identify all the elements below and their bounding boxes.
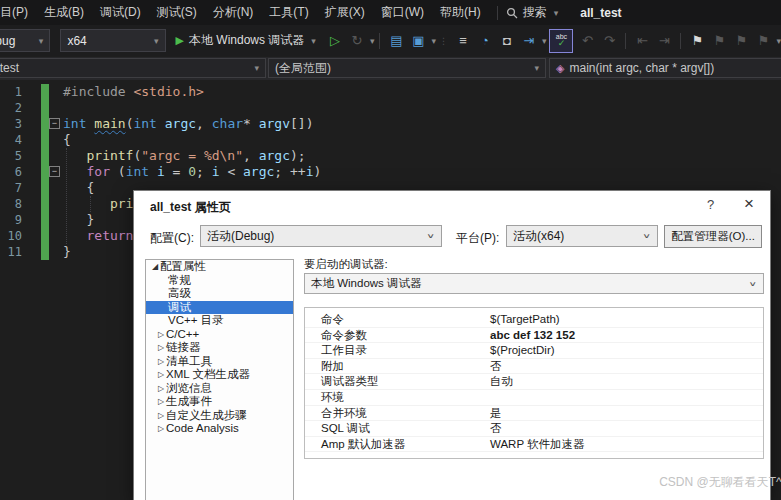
platform-label: 平台(P): [456, 230, 499, 247]
collapsed-arrow-icon[interactable]: ▷ [156, 368, 166, 382]
combo-chevron-icon: ▾ [29, 36, 44, 46]
code-line-5[interactable]: 5 printf("argc = %d\n", argc); [0, 148, 781, 164]
configuration-value: 活动(Debug) [207, 228, 274, 245]
solution-config-value: Debug [0, 34, 15, 48]
search-chevron-icon: ▾ [554, 8, 559, 18]
dialog-title: all_test 属性页 [150, 199, 231, 216]
solution-config-combo[interactable]: Debug ▾ [0, 29, 50, 52]
scope-dropdown[interactable]: (全局范围) ▾ [268, 58, 546, 78]
toolbar-overflow-icon[interactable]: ▾ [776, 36, 781, 46]
tree-item-4[interactable]: VC++ 目录 [146, 314, 293, 328]
grid-row-3[interactable]: 附加否 [305, 359, 763, 375]
menu-item-3[interactable]: 测试(S) [149, 0, 205, 25]
menu-item-1[interactable]: 生成(B) [36, 0, 92, 25]
collapsed-arrow-icon[interactable]: ▷ [156, 395, 166, 409]
menu-item-4[interactable]: 分析(N) [205, 0, 262, 25]
grid-row-4[interactable]: 调试器类型自动 [305, 374, 763, 390]
tree-item-9[interactable]: ▷浏览信息 [146, 382, 293, 396]
grid-row-6[interactable]: 合并环境是 [305, 406, 763, 422]
grid-row-8[interactable]: Amp 默认加速器WARP 软件加速器 [305, 437, 763, 453]
project-dropdown[interactable]: all_test ▾ [0, 58, 266, 78]
platform-combo[interactable]: 活动(x64) ∨ [506, 225, 658, 247]
combo-chevron-icon: ∨ [749, 280, 757, 288]
code-line-1[interactable]: 1#include <stdio.h> [0, 84, 781, 100]
menu-item-8[interactable]: 帮助(H) [432, 0, 489, 25]
line-operations-icon[interactable]: ≡ [453, 30, 473, 52]
code-text: int main(int argc, char* argv[]) [63, 116, 314, 132]
menu-item-7[interactable]: 窗口(W) [373, 0, 432, 25]
watermark: CSDN @无聊看看天T^T [659, 474, 781, 491]
fold-collapse-icon[interactable]: − [49, 118, 60, 129]
code-line-4[interactable]: 4{ [0, 132, 781, 148]
toolbar-separator [625, 33, 626, 49]
code-line-3[interactable]: 3−int main(int argc, char* argv[]) [0, 116, 781, 132]
menu-item-0[interactable]: 项目(P) [0, 0, 36, 25]
exit-icon[interactable]: ⇥ [519, 30, 539, 52]
tree-item-5[interactable]: ▷C/C++ [146, 328, 293, 342]
menu-bar: 项目(P)生成(B)调试(D)测试(S)分析(N)工具(T)扩展(X)窗口(W)… [0, 0, 781, 25]
tree-item-label: 配置属性 [160, 260, 206, 274]
grid-row-7[interactable]: SQL 调试否 [305, 421, 763, 437]
expanded-arrow-icon[interactable]: ◢ [150, 260, 160, 274]
performance-profiler-icon[interactable]: ◔ [475, 30, 495, 52]
property-tree: ◢配置属性常规高级调试VC++ 目录▷C/C++▷链接器▷清单工具▷XML 文档… [145, 259, 294, 500]
debugger-combo[interactable]: 本地 Windows 调试器 ∨ [304, 273, 764, 294]
collapsed-arrow-icon[interactable]: ▷ [156, 341, 166, 355]
spell-checker-toggle[interactable]: abc✓ [549, 29, 573, 53]
project-name: all_test [0, 61, 19, 75]
tree-item-6[interactable]: ▷链接器 [146, 341, 293, 355]
code-text: return [63, 228, 141, 244]
code-line-2[interactable]: 2 [0, 100, 781, 116]
tree-item-10[interactable]: ▷生成事件 [146, 395, 293, 409]
help-button[interactable]: ? [707, 197, 714, 212]
start-without-debugging-icon[interactable]: ▷ [325, 30, 345, 52]
collapsed-arrow-icon[interactable]: ▷ [156, 409, 166, 423]
menu-item-5[interactable]: 工具(T) [261, 0, 316, 25]
icon-chevron: ▾ [370, 36, 375, 46]
tree-item-1[interactable]: 常规 [146, 274, 293, 288]
code-line-6[interactable]: 6− for (int i = 0; i < argc; ++i) [0, 164, 781, 180]
menu-item-2[interactable]: 调试(D) [92, 0, 149, 25]
save-all-icon[interactable]: ▣ [408, 30, 428, 52]
dropdown-chevron-icon: ▾ [534, 63, 539, 73]
collapsed-arrow-icon[interactable]: ▷ [156, 382, 166, 396]
tree-item-8[interactable]: ▷XML 文档生成器 [146, 368, 293, 382]
grid-row-0[interactable]: 命令$(TargetPath) [305, 312, 763, 328]
previous-bookmark-icon: ⚑ [709, 30, 729, 52]
tree-item-12[interactable]: ▷Code Analysis [146, 422, 293, 436]
collapsed-arrow-icon[interactable]: ▷ [156, 422, 166, 436]
tree-item-11[interactable]: ▷自定义生成步骤 [146, 409, 293, 423]
menu-items: 项目(P)生成(B)调试(D)测试(S)分析(N)工具(T)扩展(X)窗口(W)… [0, 0, 489, 25]
tree-item-label: 常规 [168, 274, 191, 288]
solution-platform-combo[interactable]: x64 ▾ [60, 29, 165, 52]
grid-row-1[interactable]: 命令参数abc def 132 152 [305, 328, 763, 344]
grid-value: $(TargetPath) [490, 312, 763, 327]
configuration-combo[interactable]: 活动(Debug) ∨ [200, 225, 442, 247]
grid-key: 调试器类型 [305, 374, 490, 389]
menu-separator [497, 6, 498, 20]
member-dropdown[interactable]: ◈ main(int argc, char * argv[]) [549, 58, 781, 78]
configuration-manager-button[interactable]: 配置管理器(O)... [664, 225, 762, 248]
close-icon[interactable]: × [744, 194, 754, 214]
solution-platform-value: x64 [67, 34, 86, 48]
tree-item-2[interactable]: 高级 [146, 287, 293, 301]
run-chevron-icon: ▾ [311, 36, 316, 46]
platform-value: 活动(x64) [513, 228, 564, 245]
menu-item-6[interactable]: 扩展(X) [317, 0, 373, 25]
grid-row-2[interactable]: 工作目录$(ProjectDir) [305, 343, 763, 359]
tree-item-3[interactable]: 调试 [146, 301, 293, 315]
navigation-bar: all_test ▾ (全局范围) ▾ ◈ main(int argc, cha… [0, 57, 781, 80]
start-debugging-button[interactable]: ▶ 本地 Windows 调试器 ▾ [176, 32, 316, 49]
toggle-bookmark-icon[interactable]: ⚑ [687, 30, 707, 52]
search-box[interactable]: 搜索 ▾ [506, 4, 559, 21]
grid-row-5[interactable]: 环境 [305, 390, 763, 406]
grid-value: 自动 [490, 374, 763, 389]
collapsed-arrow-icon[interactable]: ▷ [156, 355, 166, 369]
tree-item-7[interactable]: ▷清单工具 [146, 355, 293, 369]
open-folder-icon[interactable]: ▤ [386, 30, 406, 52]
tree-item-label: 生成事件 [166, 395, 212, 409]
collapsed-arrow-icon[interactable]: ▷ [156, 328, 166, 342]
fold-collapse-icon[interactable]: − [49, 166, 60, 177]
screenshot-icon[interactable]: ◘ [497, 30, 517, 52]
tree-item-0[interactable]: ◢配置属性 [146, 260, 293, 274]
